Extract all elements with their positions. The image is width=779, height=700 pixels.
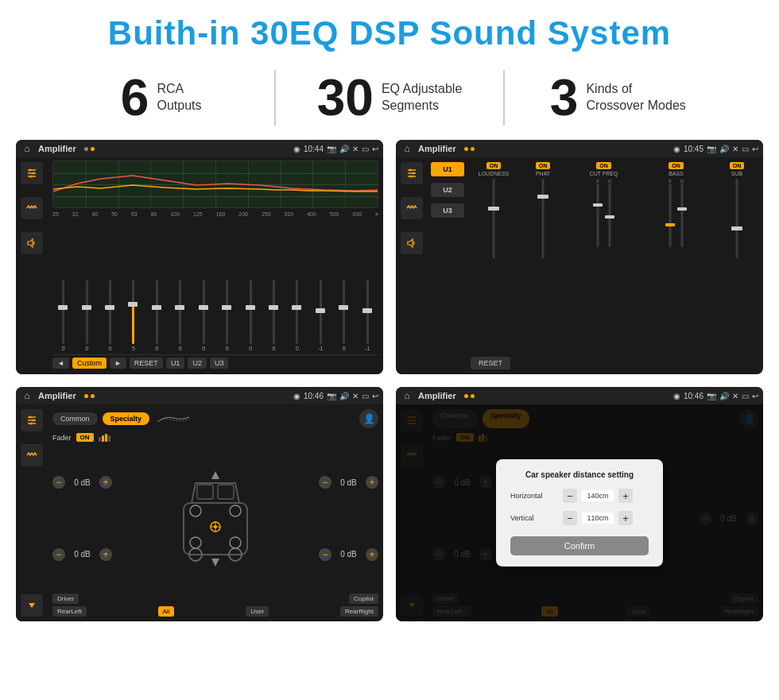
bass-toggle[interactable]: ON — [669, 162, 684, 169]
minimize-icon-1[interactable]: ▭ — [362, 145, 369, 153]
minimize-icon-3[interactable]: ▭ — [362, 392, 369, 400]
app-name-2: Amplifier — [418, 144, 456, 153]
time-3: 10:46 — [304, 392, 324, 400]
speaker-tabs: Common Specialty 👤 — [52, 409, 378, 428]
eq-reset-btn[interactable]: RESET — [130, 358, 163, 369]
eq-u1-btn[interactable]: U1 — [166, 358, 185, 369]
eq-slider-12[interactable]: -1 — [310, 280, 331, 351]
stat-number-crossover: 3 — [550, 72, 579, 123]
preset-u3[interactable]: U3 — [431, 203, 464, 218]
back-icon-2[interactable]: ↩ — [752, 145, 758, 153]
stat-crossover: 3 Kinds of Crossover Modes — [505, 72, 731, 123]
home-icon-1[interactable]: ⌂ — [21, 142, 33, 155]
vol-minus-tl[interactable]: − — [52, 476, 65, 489]
eq-slider-14[interactable]: -1 — [356, 280, 378, 351]
vol-plus-br[interactable]: + — [366, 548, 378, 561]
eq-speaker-btn[interactable] — [21, 232, 43, 254]
home-icon-2[interactable]: ⌂ — [401, 142, 413, 155]
btn-copilot[interactable]: Copilot — [349, 594, 378, 604]
wave-btn-2[interactable] — [401, 197, 423, 219]
status-indicators-4 — [464, 394, 475, 398]
eq-slider-1[interactable]: 0 — [52, 280, 74, 351]
btn-all[interactable]: All — [158, 606, 175, 617]
eq-slider-13[interactable]: 0 — [333, 280, 355, 351]
vol-minus-tr[interactable]: − — [319, 476, 331, 489]
eq-slider-5[interactable]: 0 — [146, 280, 168, 351]
preset-u2[interactable]: U2 — [431, 183, 464, 197]
filter-btn-3[interactable] — [21, 409, 43, 431]
close-icon-3[interactable]: ✕ — [352, 392, 358, 400]
filter-btn-2[interactable] — [401, 162, 423, 184]
eq-prev-btn[interactable]: ◄ — [52, 358, 69, 369]
vol-plus-tr[interactable]: + — [366, 476, 378, 489]
eq-slider-4[interactable]: 5 — [122, 280, 144, 351]
close-icon-4[interactable]: ✕ — [732, 392, 738, 400]
horizontal-minus[interactable]: − — [563, 489, 577, 503]
svg-rect-19 — [593, 203, 603, 207]
eq-u2-btn[interactable]: U2 — [188, 358, 207, 369]
back-icon-1[interactable]: ↩ — [372, 145, 378, 153]
confirm-button[interactable]: Confirm — [510, 536, 649, 555]
vertical-minus[interactable]: − — [563, 511, 577, 525]
time-2: 10:45 — [684, 145, 703, 153]
close-icon-2[interactable]: ✕ — [732, 145, 738, 153]
crossover-reset-btn[interactable]: RESET — [471, 357, 510, 369]
sub-toggle[interactable]: ON — [730, 162, 745, 169]
eq-slider-7[interactable]: 0 — [193, 280, 215, 351]
vol-minus-br[interactable]: − — [319, 548, 331, 561]
btn-rearleft[interactable]: RearLeft — [52, 606, 87, 617]
screen-speaker: ⌂ Amplifier ◉ 10:46 📷 🔊 ✕ ▭ ↩ — [16, 387, 383, 621]
person-icon-3[interactable]: 👤 — [359, 409, 378, 428]
close-icon-1[interactable]: ✕ — [352, 145, 358, 153]
home-icon-4[interactable]: ⌂ — [401, 389, 413, 402]
vertical-value: 110cm — [582, 512, 614, 524]
btn-rearright[interactable]: RearRight — [340, 606, 378, 617]
speaker-arrow-btn[interactable] — [21, 594, 43, 617]
vol-control-tl: − 0 dB + — [52, 476, 112, 489]
tab-common[interactable]: Common — [52, 412, 98, 425]
eq-play-btn[interactable]: ► — [110, 358, 126, 369]
eq-custom-btn[interactable]: Custom — [72, 358, 107, 369]
home-icon-3[interactable]: ⌂ — [21, 389, 33, 402]
eq-slider-9[interactable]: 0 — [239, 280, 261, 351]
vertical-plus[interactable]: + — [618, 511, 633, 525]
eq-more[interactable]: » — [375, 211, 378, 217]
vol-plus-tl[interactable]: + — [99, 476, 112, 489]
eq-filter-btn[interactable] — [21, 162, 43, 184]
speaker-btn-2[interactable] — [401, 232, 423, 254]
back-icon-4[interactable]: ↩ — [752, 392, 758, 400]
eq-slider-11[interactable]: 0 — [286, 280, 308, 351]
eq-slider-3[interactable]: 0 — [99, 280, 121, 351]
svg-point-47 — [230, 537, 241, 548]
dialog-overlay: Car speaker distance setting Horizontal … — [396, 404, 763, 621]
eq-left-sidebar — [16, 157, 48, 374]
section-bass: ON BASS F G — [641, 162, 711, 354]
wave-btn-3[interactable] — [21, 444, 43, 466]
eq-wave-btn[interactable] — [21, 197, 43, 219]
back-icon-3[interactable]: ↩ — [372, 392, 378, 400]
eq-slider-8[interactable]: 0 — [216, 280, 238, 351]
eq-slider-6[interactable]: 0 — [169, 280, 191, 351]
app-name-3: Amplifier — [38, 391, 76, 400]
eq-slider-2[interactable]: 0 — [76, 280, 97, 351]
fader-toggle[interactable]: ON — [76, 433, 94, 442]
stat-text-crossover: Kinds of Crossover Modes — [586, 81, 685, 114]
preset-u1[interactable]: U1 — [431, 162, 464, 176]
eq-u3-btn[interactable]: U3 — [210, 358, 229, 369]
vol-plus-bl[interactable]: + — [99, 548, 112, 561]
eq-slider-10[interactable]: 0 — [263, 280, 285, 351]
vertical-label: Vertical — [510, 514, 558, 522]
vol-minus-bl[interactable]: − — [52, 548, 65, 561]
btn-driver[interactable]: Driver — [52, 594, 79, 604]
phat-toggle[interactable]: ON — [536, 162, 551, 169]
horizontal-plus[interactable]: + — [618, 489, 633, 503]
loudness-toggle[interactable]: ON — [486, 162, 502, 169]
minimize-icon-4[interactable]: ▭ — [742, 392, 749, 400]
btn-user[interactable]: User — [246, 606, 269, 617]
cutfreq-toggle[interactable]: ON — [596, 162, 611, 169]
status-bar-2: ⌂ Amplifier ◉ 10:45 📷 🔊 ✕ ▭ ↩ — [396, 140, 763, 157]
fader-bars — [99, 434, 110, 442]
minimize-icon-2[interactable]: ▭ — [742, 145, 749, 153]
eq-label-200: 200 — [238, 211, 248, 217]
tab-specialty[interactable]: Specialty — [103, 412, 150, 425]
